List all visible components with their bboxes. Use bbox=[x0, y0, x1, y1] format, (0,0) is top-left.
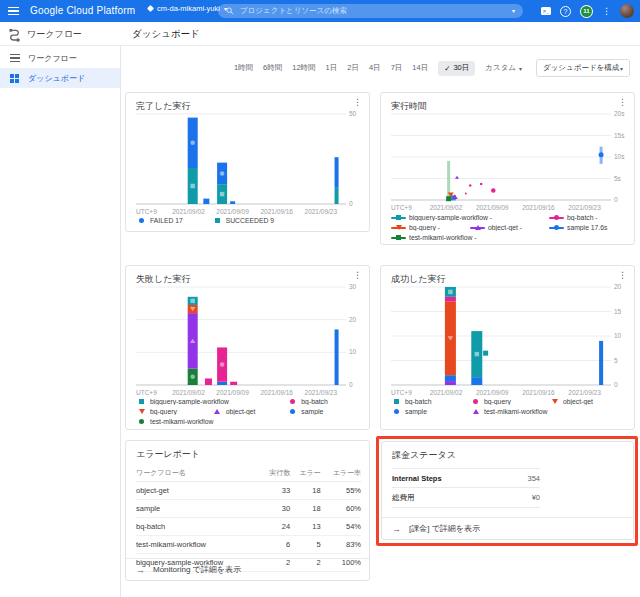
hamburger-menu-icon[interactable] bbox=[8, 7, 19, 15]
legend-label: sample 17.6s bbox=[567, 224, 607, 231]
billing-value: ¥0 bbox=[510, 488, 540, 508]
page-title: ダッシュボード bbox=[132, 28, 200, 41]
range-4d[interactable]: 4日 bbox=[369, 63, 381, 73]
legend-label: sample bbox=[301, 408, 323, 415]
project-selector[interactable]: cm-da-mikami-yuki ▾ bbox=[148, 4, 227, 13]
legend-item[interactable]: bq-query bbox=[470, 398, 547, 405]
svg-text:2021/09/23: 2021/09/23 bbox=[305, 389, 338, 396]
legend-item[interactable]: bigquery-sample-workflow bbox=[136, 398, 285, 405]
svg-text:2021/09/16: 2021/09/16 bbox=[522, 204, 555, 211]
sidebar-item-label: ワークフロー bbox=[28, 53, 77, 64]
time-range-toolbar: 1時間 6時間 12時間 1日 2日 4日 7日 14日 ✓ 30日 カスタム … bbox=[234, 56, 630, 80]
card-menu-icon[interactable]: ⋮ bbox=[353, 98, 362, 107]
cloud-shell-icon[interactable]: >_ bbox=[541, 7, 551, 15]
search-placeholder: プロジェクトとリソースの検索 bbox=[240, 6, 506, 16]
svg-text:10s: 10s bbox=[614, 153, 625, 160]
legend-label: bq-query - bbox=[409, 224, 440, 231]
table-row: Internal Steps 354 bbox=[392, 469, 540, 488]
legend-label: bq-batch - bbox=[567, 214, 598, 221]
product-name: ワークフロー bbox=[27, 28, 82, 41]
svg-text:2021/09/23: 2021/09/23 bbox=[305, 208, 338, 215]
legend-label: FAILED 17 bbox=[150, 217, 183, 224]
notifications-badge[interactable]: 11 bbox=[580, 5, 593, 18]
configure-dashboard-button[interactable]: ダッシュボードを構成 ▾ bbox=[536, 59, 630, 77]
monitoring-details-link[interactable]: → Monitoring で詳細を表示 bbox=[126, 558, 369, 580]
card-menu-icon[interactable]: ⋮ bbox=[618, 271, 627, 280]
column-header: エラー率 bbox=[321, 465, 361, 482]
range-2d[interactable]: 2日 bbox=[347, 63, 359, 73]
legend-item[interactable]: bigquery-sample-workflow - bbox=[391, 214, 547, 221]
project-name: cm-da-mikami-yuki bbox=[157, 4, 220, 13]
svg-text:5: 5 bbox=[614, 357, 618, 364]
range-custom[interactable]: カスタム ▾ bbox=[485, 63, 522, 73]
card-menu-icon[interactable]: ⋮ bbox=[353, 271, 362, 280]
app-bar: Google Cloud Platform cm-da-mikami-yuki … bbox=[0, 0, 640, 22]
billing-table: Internal Steps 354 総費用 ¥0 bbox=[392, 468, 540, 508]
legend-item[interactable]: bq-batch bbox=[287, 398, 361, 405]
legend-marker-icon bbox=[136, 398, 147, 405]
range-30d-selected[interactable]: ✓ 30日 bbox=[438, 61, 475, 76]
gcp-logo-text: Google Cloud Platform bbox=[30, 5, 135, 16]
more-options-icon[interactable]: ⋮ bbox=[602, 6, 611, 16]
arrow-right-icon: → bbox=[392, 524, 401, 534]
svg-text:50: 50 bbox=[349, 110, 357, 117]
product-home[interactable]: ワークフロー bbox=[8, 22, 82, 46]
svg-text:2021/09/02: 2021/09/02 bbox=[430, 389, 463, 396]
chart-legend: bq-batchbq-queryobject-getsampletest-mik… bbox=[391, 398, 626, 415]
legend-item[interactable]: bq-batch bbox=[391, 398, 468, 405]
legend-item[interactable]: test-mikami-workflow - bbox=[391, 234, 547, 241]
range-1h[interactable]: 1時間 bbox=[234, 63, 253, 73]
billing-value: 354 bbox=[510, 469, 540, 488]
legend-item[interactable]: SUCCEEDED 9 bbox=[212, 217, 286, 224]
svg-text:2021/09/02: 2021/09/02 bbox=[172, 208, 205, 215]
card-title: 課金ステータス bbox=[392, 449, 456, 462]
billing-details-link[interactable]: → [課金] で詳細を表示 bbox=[382, 517, 633, 539]
legend-item[interactable]: bq-query bbox=[136, 408, 210, 415]
legend-item[interactable]: test-mikami-workflow bbox=[136, 418, 285, 425]
table-row: bq-batch241354% bbox=[136, 518, 361, 536]
workflows-logo-icon bbox=[8, 27, 21, 42]
legend-item[interactable]: test-mikami-workflow bbox=[470, 408, 626, 415]
range-7d[interactable]: 7日 bbox=[391, 63, 403, 73]
legend-item[interactable]: FAILED 17 bbox=[136, 217, 210, 224]
search-chevron-icon[interactable]: ▾ bbox=[512, 8, 515, 14]
legend-item[interactable]: sample 17.6s bbox=[549, 224, 626, 231]
svg-text:2021/09/02: 2021/09/02 bbox=[430, 204, 463, 211]
legend-item[interactable]: object-get bbox=[549, 398, 626, 405]
svg-text:2021/09/23: 2021/09/23 bbox=[568, 204, 601, 211]
legend-label: sample bbox=[405, 408, 427, 415]
legend-label: SUCCEEDED 9 bbox=[226, 217, 274, 224]
range-1d[interactable]: 1日 bbox=[326, 63, 338, 73]
search-input[interactable]: プロジェクトとリソースの検索 ▾ bbox=[218, 4, 523, 18]
range-6h[interactable]: 6時間 bbox=[263, 63, 282, 73]
card-execution-time: 実行時間 ⋮ 05s10s15s20sUTC+92021/09/022021/0… bbox=[380, 92, 635, 245]
legend-item[interactable]: object-get bbox=[212, 408, 286, 415]
avatar[interactable] bbox=[620, 4, 634, 18]
range-12h[interactable]: 12時間 bbox=[292, 63, 315, 73]
range-14d[interactable]: 14日 bbox=[412, 63, 428, 73]
legend-item[interactable]: sample bbox=[287, 408, 361, 415]
legend-item[interactable]: sample bbox=[391, 408, 468, 415]
legend-item[interactable]: bq-batch - bbox=[549, 214, 626, 221]
svg-text:2021/09/09: 2021/09/09 bbox=[476, 204, 509, 211]
legend-label: test-mikami-workflow - bbox=[409, 234, 477, 241]
legend-marker-icon bbox=[470, 224, 485, 231]
legend-item[interactable]: bq-query - bbox=[391, 224, 468, 231]
card-menu-icon[interactable]: ⋮ bbox=[618, 98, 627, 107]
svg-text:0: 0 bbox=[614, 196, 618, 203]
legend-marker-icon bbox=[391, 224, 406, 231]
sidebar-item-workflows[interactable]: ワークフロー bbox=[0, 48, 120, 68]
arrow-right-icon: → bbox=[136, 565, 145, 575]
app-bar-actions: >_ ? 11 ⋮ bbox=[541, 0, 634, 22]
table-row: sample301860% bbox=[136, 500, 361, 518]
svg-text:2021/09/16: 2021/09/16 bbox=[260, 208, 293, 215]
error-table-head-row: ワークフロー名実行数エラーエラー率 bbox=[136, 465, 361, 482]
help-icon[interactable]: ? bbox=[560, 6, 571, 17]
column-header: ワークフロー名 bbox=[136, 465, 260, 482]
billing-label: Internal Steps bbox=[392, 469, 510, 488]
svg-text:0: 0 bbox=[614, 381, 618, 388]
legend-item[interactable]: object-get - bbox=[470, 224, 547, 231]
chevron-down-icon: ▾ bbox=[519, 65, 522, 72]
legend-label: bq-batch bbox=[301, 398, 327, 405]
sidebar-item-dashboard[interactable]: ダッシュボード bbox=[0, 68, 120, 88]
